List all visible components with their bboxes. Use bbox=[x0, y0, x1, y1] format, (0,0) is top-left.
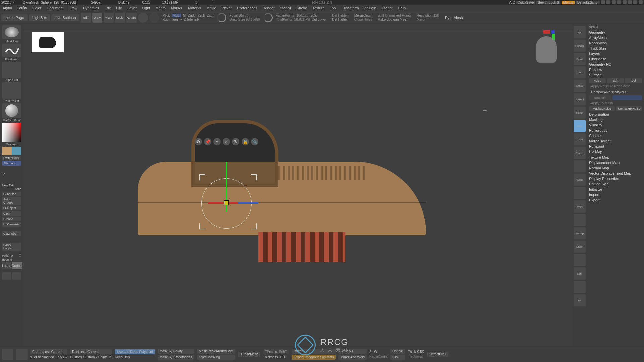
focal-dial[interactable] bbox=[217, 13, 226, 22]
menu-stroke[interactable]: Stroke bbox=[294, 6, 310, 10]
minimize-icon[interactable] bbox=[628, 0, 632, 4]
menu-document[interactable]: Document bbox=[44, 6, 66, 10]
section-surface[interactable]: Surface bbox=[589, 72, 642, 78]
guvtiles-button[interactable]: GUVTiles bbox=[2, 192, 21, 196]
del-hidden[interactable]: Del Hidden bbox=[332, 14, 348, 17]
locate-icon[interactable]: ⌖ bbox=[213, 138, 221, 145]
double-toggle[interactable]: Double bbox=[390, 349, 405, 354]
menu-zplugin[interactable]: Zplugin bbox=[361, 6, 379, 10]
camera-reference-head[interactable] bbox=[536, 36, 557, 63]
shelf-icon-slot17[interactable] bbox=[574, 254, 586, 266]
stroke-thumb[interactable] bbox=[2, 44, 21, 57]
section-polygroups[interactable]: Polygroups bbox=[589, 128, 642, 133]
section-thick-skin[interactable]: Thick Skin bbox=[589, 46, 642, 51]
shelf-icon-zoom[interactable]: Zoom bbox=[574, 66, 586, 78]
menu-color[interactable]: Color bbox=[30, 6, 44, 10]
polish-dot-icon[interactable] bbox=[19, 254, 21, 257]
menu-dynamics[interactable]: Dynamics bbox=[80, 6, 102, 10]
decimate-button[interactable]: Decimate Current bbox=[70, 349, 112, 354]
resolution-slider[interactable]: Resolution 128 bbox=[417, 14, 439, 17]
gizmo-toggle[interactable] bbox=[138, 13, 148, 23]
menu-brush[interactable]: Brush bbox=[15, 6, 30, 10]
new-txtr-button[interactable]: New Txtr bbox=[2, 184, 14, 187]
menu-light[interactable]: Light bbox=[140, 6, 153, 10]
section-arraymesh[interactable]: ArrayMesh bbox=[589, 35, 642, 40]
bottom-icon-1[interactable] bbox=[2, 349, 13, 360]
switchcolor-button[interactable]: SwitchColor bbox=[2, 156, 21, 160]
left-extra-button-1[interactable] bbox=[2, 272, 11, 280]
shelf-icon-persp[interactable]: Persp bbox=[574, 107, 586, 119]
keep-polypaint-button[interactable]: Use and Keep Polypaint bbox=[115, 349, 155, 354]
autogroups-button[interactable]: Auto Groups bbox=[2, 197, 21, 205]
new-txtr-value[interactable]: 4096 bbox=[15, 188, 21, 191]
section-geometry[interactable]: Geometry bbox=[589, 29, 642, 35]
crease-button[interactable]: Crease bbox=[2, 217, 21, 221]
tab-home[interactable]: Home Page bbox=[1, 14, 28, 21]
shelf-icon-frame[interactable]: Frame bbox=[574, 147, 586, 159]
tpose-mesh[interactable]: TPoseMesh bbox=[238, 352, 260, 357]
preprocess-button[interactable]: Pre-process Current bbox=[30, 349, 67, 354]
shelf-icon-lazym[interactable]: LazyM bbox=[574, 200, 586, 213]
loops-button[interactable]: Loops bbox=[2, 262, 11, 269]
menu-zscript[interactable]: Zscript bbox=[379, 6, 395, 10]
del-higher[interactable]: Del Higher bbox=[332, 18, 348, 21]
zcut-button[interactable]: Zcut bbox=[207, 14, 213, 17]
dynamesh-label[interactable]: DynaMesh bbox=[445, 16, 463, 20]
noise-del-button[interactable]: Del bbox=[625, 78, 642, 83]
viewport[interactable]: ＋ ⚙📌⌖⌂↻🔒📎 bbox=[23, 24, 572, 346]
brush-thumb[interactable] bbox=[2, 25, 21, 39]
focal-shift[interactable]: Focal Shift 0 bbox=[230, 14, 260, 17]
shelf-icon-floor[interactable]: Floor bbox=[574, 120, 586, 132]
maximize-icon[interactable] bbox=[633, 0, 637, 4]
menus-toggle[interactable]: Menus bbox=[562, 1, 575, 4]
window-icon-1[interactable] bbox=[601, 0, 605, 4]
lock-icon[interactable]: 🔒 bbox=[241, 138, 249, 145]
quicksave-button[interactable]: QuickSave bbox=[516, 1, 535, 4]
thickness-label[interactable]: Thickness bbox=[408, 355, 424, 358]
flip-toggle[interactable]: Flip bbox=[390, 355, 405, 360]
menu-edit[interactable]: Edit bbox=[102, 6, 113, 10]
keep-uvs-button[interactable]: Keep UVs bbox=[115, 355, 155, 359]
section-texture-map[interactable]: Texture Map bbox=[589, 155, 642, 160]
shelf-icon-ghost[interactable]: Ghost bbox=[574, 241, 586, 253]
menu-preferences[interactable]: Preferences bbox=[234, 6, 260, 10]
section-visibility[interactable]: Visibility bbox=[589, 122, 642, 128]
mode-draw[interactable]: Draw bbox=[92, 13, 102, 23]
unmask-by-noise[interactable]: UnmaskByNoise bbox=[616, 106, 642, 111]
mode-scale[interactable]: Scale bbox=[115, 13, 125, 23]
thick-label[interactable]: Thick bbox=[408, 350, 416, 354]
section-contact[interactable]: Contact bbox=[589, 133, 642, 138]
window-icon-2[interactable] bbox=[606, 0, 610, 4]
shelf-icon-actual[interactable]: Actual bbox=[574, 80, 586, 92]
strength-value[interactable] bbox=[612, 95, 642, 100]
left-extra-button-2[interactable] bbox=[12, 272, 21, 280]
shelf-icon-local[interactable]: Local bbox=[574, 133, 586, 145]
section-initialize[interactable]: Initialize bbox=[589, 187, 642, 192]
menu-tool[interactable]: Tool bbox=[327, 6, 339, 10]
spix-slider[interactable]: SPix 3 bbox=[589, 25, 598, 29]
section-layers[interactable]: Layers bbox=[589, 51, 642, 56]
material-thumb[interactable] bbox=[2, 103, 21, 118]
menu-layer[interactable]: Layer bbox=[125, 6, 140, 10]
extract-pro[interactable]: ExtractPro+ bbox=[427, 352, 448, 357]
polish-slider[interactable]: Polish 0 bbox=[2, 254, 13, 257]
section-masking[interactable]: Masking bbox=[589, 117, 642, 122]
home-icon[interactable]: ⌂ bbox=[223, 138, 230, 145]
s-minus[interactable]: S- bbox=[369, 350, 373, 354]
pin-icon[interactable]: 📌 bbox=[204, 138, 211, 145]
section-geometry-hd[interactable]: Geometry HD bbox=[589, 62, 642, 67]
section-displacement-map[interactable]: Displacement Map bbox=[589, 160, 642, 165]
tab-liveboolean[interactable]: Live Boolean bbox=[51, 14, 79, 21]
dynamic-dial[interactable] bbox=[263, 13, 273, 22]
bottom-icon-2[interactable] bbox=[16, 349, 28, 360]
shelf-icon-bpr[interactable]: Bpr bbox=[574, 26, 586, 38]
zsub-button[interactable]: Zsub bbox=[198, 14, 205, 17]
menu-transform[interactable]: Transform bbox=[339, 6, 362, 10]
make-boolean[interactable]: Make Boolean Mesh bbox=[378, 18, 412, 21]
section-nanomesh[interactable]: NanoMesh bbox=[589, 40, 642, 46]
w-label[interactable]: W bbox=[374, 350, 377, 354]
mode-move[interactable]: Move bbox=[104, 13, 114, 23]
main-color-swatch[interactable] bbox=[2, 147, 12, 155]
section-import[interactable]: Import bbox=[589, 192, 642, 197]
section-polypaint[interactable]: Polypaint bbox=[589, 144, 642, 149]
